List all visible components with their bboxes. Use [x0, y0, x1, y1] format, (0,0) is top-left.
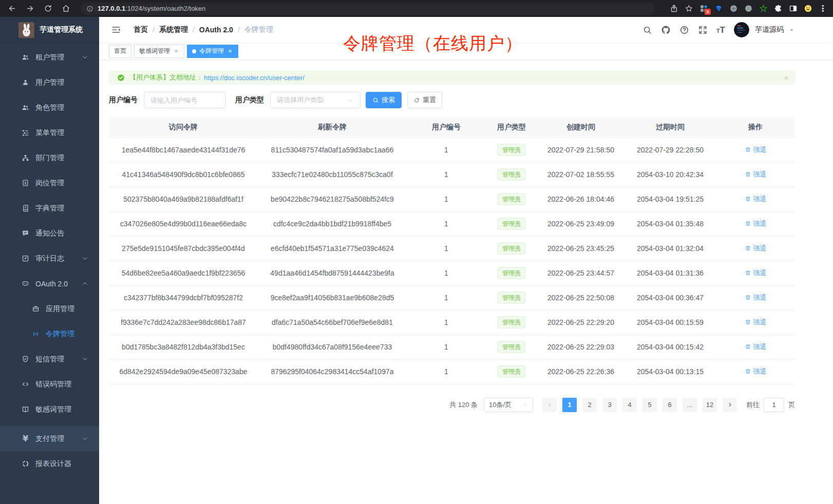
user-type-badge: 管理员: [497, 193, 526, 205]
user-id-cell: 1: [407, 162, 486, 187]
page-button[interactable]: 5: [642, 398, 657, 412]
force-logout-button[interactable]: 强退: [745, 342, 767, 352]
force-logout-button[interactable]: 强退: [745, 244, 767, 253]
sidebar-item[interactable]: 报表设计器: [0, 451, 99, 476]
sidebar-item[interactable]: 短信管理: [0, 346, 99, 372]
ext-gem-icon[interactable]: [714, 4, 723, 13]
close-tab-icon[interactable]: ×: [173, 47, 179, 55]
reset-button[interactable]: 重置: [407, 92, 442, 108]
goto-page-input[interactable]: [764, 398, 784, 412]
view-tab[interactable]: 敏感词管理×: [134, 45, 184, 58]
force-logout-button[interactable]: 强退: [745, 219, 767, 228]
home-icon[interactable]: [59, 4, 73, 13]
sidebar-item[interactable]: 菜单管理: [0, 120, 99, 145]
doc-link[interactable]: https://doc.iocoder.cn/user-center/: [204, 74, 305, 82]
table-row: 41c41346a548490f9dc8b01c6bfe0865333ecfc7…: [109, 162, 795, 187]
ext-dial-icon[interactable]: [729, 4, 738, 13]
extension-grid[interactable]: 9: [699, 4, 708, 13]
view-tab[interactable]: 令牌管理×: [187, 45, 238, 58]
search-icon[interactable]: [642, 25, 652, 35]
action-cell: 强退: [716, 138, 795, 162]
help-icon[interactable]: [679, 25, 689, 35]
chevron-down-icon: [81, 255, 89, 262]
pager: 123456...12: [542, 398, 737, 412]
profile-emoji-icon[interactable]: [804, 4, 812, 13]
browser-menu-icon[interactable]: ⋮: [819, 4, 827, 13]
next-page-button[interactable]: [723, 398, 737, 412]
force-logout-button[interactable]: 强退: [745, 293, 767, 302]
page-button[interactable]: 3: [602, 398, 617, 412]
sidebar-item[interactable]: 岗位管理: [0, 170, 99, 196]
breadcrumb-separator: /: [153, 26, 155, 34]
sidebar-item[interactable]: 字典管理: [0, 196, 99, 221]
reset-button-label: 重置: [423, 95, 436, 105]
username[interactable]: 芋道源码: [755, 25, 784, 34]
user-type-badge: 管理员: [497, 144, 526, 156]
sidebar-item[interactable]: 敏感词管理: [0, 397, 99, 422]
force-logout-button[interactable]: 强退: [745, 367, 767, 376]
breadcrumb-item[interactable]: 首页: [134, 25, 148, 34]
user-type-select[interactable]: 请选择用户类型: [270, 92, 361, 108]
sidebar-item[interactable]: 应用管理: [0, 296, 99, 321]
fullscreen-icon[interactable]: [698, 25, 708, 35]
force-logout-button[interactable]: 强退: [745, 318, 767, 327]
sidebar-item-label: 菜单管理: [35, 128, 64, 138]
reload-icon[interactable]: [41, 4, 55, 13]
sidebar-item-label: 字典管理: [35, 204, 64, 213]
user-id-input[interactable]: [144, 92, 226, 108]
page-button[interactable]: 6: [662, 398, 677, 412]
page-button[interactable]: 12: [703, 398, 717, 412]
search-button-label: 搜索: [382, 95, 395, 105]
sidebar-item[interactable]: 错误码管理: [0, 372, 99, 397]
force-logout-button[interactable]: 强退: [745, 170, 767, 179]
caret-down-icon[interactable]: [788, 27, 795, 33]
user-avatar[interactable]: [734, 22, 749, 37]
page-button[interactable]: 4: [622, 398, 637, 412]
breadcrumb-item[interactable]: 系统管理: [159, 25, 188, 34]
github-icon[interactable]: [661, 25, 671, 35]
force-logout-label: 强退: [753, 244, 767, 253]
font-size-icon[interactable]: TT: [716, 24, 725, 35]
site-info-icon[interactable]: [86, 5, 93, 12]
access-token-cell: c347026e805e4d99b0d116eae66eda8c: [109, 211, 258, 236]
bookmark-star-icon[interactable]: [685, 4, 693, 13]
sidebar-item[interactable]: 部门管理: [0, 145, 99, 170]
prev-page-button[interactable]: [542, 398, 557, 412]
share-icon[interactable]: [670, 4, 678, 13]
sidebar-header[interactable]: 芋道管理系统: [0, 17, 99, 43]
access-token-cell: f9336e7c7dd242a283ee98dc86b17a87: [109, 310, 258, 335]
user-type-badge: 管理员: [497, 292, 526, 304]
sidebar-item[interactable]: 审计日志: [0, 246, 99, 271]
alert-close-icon[interactable]: ×: [784, 73, 788, 82]
refresh-token-cell: dfa6c71a50a54c66bef706ef9e6e8d81: [258, 310, 407, 335]
close-tab-icon[interactable]: ×: [227, 47, 233, 55]
breadcrumb-item[interactable]: OAuth 2.0: [199, 26, 233, 34]
sidebar-item[interactable]: 用户管理: [0, 70, 99, 95]
more-pages-button[interactable]: ...: [683, 398, 697, 412]
ext-split-icon[interactable]: [789, 4, 798, 13]
page-button[interactable]: 1: [562, 398, 577, 412]
sidebar-item[interactable]: 令牌管理: [0, 321, 99, 346]
sidebar-item[interactable]: 角色管理: [0, 95, 99, 120]
sidebar-item[interactable]: 租户管理: [0, 45, 99, 70]
user-type-cell: 管理员: [486, 335, 537, 359]
sidebar-item[interactable]: 通知公告: [0, 221, 99, 246]
sidebar-item-label: 应用管理: [46, 304, 74, 314]
force-logout-button[interactable]: 强退: [745, 268, 767, 278]
page-size-select[interactable]: 10条/页: [484, 398, 533, 412]
back-icon[interactable]: [5, 4, 19, 13]
sidebar-collapse-icon[interactable]: [107, 25, 125, 35]
search-button[interactable]: 搜索: [366, 92, 402, 108]
force-logout-button[interactable]: 强退: [745, 145, 767, 154]
view-tab[interactable]: 首页: [109, 45, 131, 58]
ext-star-icon[interactable]: [759, 4, 768, 13]
sidebar-item[interactable]: OAuth 2.0: [0, 271, 99, 296]
force-logout-button[interactable]: 强退: [745, 195, 767, 204]
extensions-puzzle-icon[interactable]: [774, 4, 783, 13]
url-bar[interactable]: 127.0.0.1:1024/system/oauth2/token: [80, 2, 655, 15]
sidebar-item[interactable]: ¥支付管理: [0, 426, 99, 451]
forward-icon[interactable]: [23, 4, 37, 13]
table-header-row: 访问令牌刷新令牌用户编号用户类型创建时间过期时间操作: [109, 117, 795, 138]
ext-dot-icon[interactable]: [744, 4, 753, 13]
page-button[interactable]: 2: [582, 398, 597, 412]
